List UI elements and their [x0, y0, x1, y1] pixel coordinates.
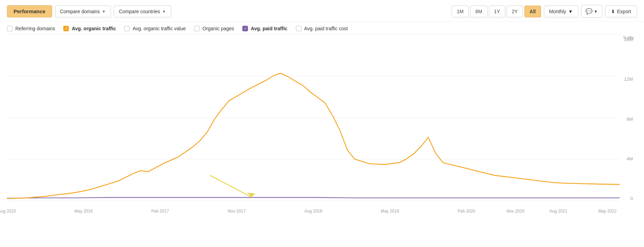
- compare-domains-arrow-icon: ▼: [102, 9, 106, 14]
- y-label-8m: 8M: [627, 117, 636, 122]
- chart-area: Traffic 16M 12M 8M 4M 0: [7, 34, 637, 215]
- legend-avg-paid-traffic-cost-label: Avg. paid traffic cost: [304, 26, 348, 31]
- export-label: Export: [617, 9, 631, 14]
- legend-organic-pages-label: Organic pages: [202, 26, 234, 31]
- legend-avg-organic-traffic-label: Avg. organic traffic: [72, 26, 116, 31]
- checkbox-avg-organic-traffic-value[interactable]: [124, 26, 130, 31]
- grid-line-bottom: [7, 201, 620, 201]
- organic-traffic-line: [7, 73, 620, 198]
- legend-avg-organic-traffic-value-label: Avg. organic traffic value: [132, 26, 186, 31]
- comment-button[interactable]: 💬 ▼: [581, 5, 602, 18]
- time-btn-6m[interactable]: 6M: [470, 6, 487, 17]
- x-label-aug2018: Aug 2018: [304, 209, 322, 214]
- legend-referring-domains[interactable]: Referring domains: [7, 26, 55, 31]
- y-label-4m: 4M: [627, 156, 636, 161]
- comment-icon: 💬: [586, 8, 593, 15]
- legend-avg-organic-traffic-value[interactable]: Avg. organic traffic value: [124, 26, 186, 31]
- comment-arrow-icon: ▼: [594, 9, 598, 14]
- toolbar: Performance Compare domains ▼ Compare co…: [0, 0, 644, 22]
- compare-countries-arrow-icon: ▼: [162, 9, 166, 14]
- time-btn-1m[interactable]: 1M: [452, 6, 469, 17]
- x-label-may2016: May 2016: [74, 209, 93, 214]
- legend-bar: Referring domains ✓ Avg. organic traffic…: [0, 22, 644, 34]
- legend-avg-paid-traffic[interactable]: ✓ Avg. paid traffic: [242, 26, 287, 31]
- y-label-16m: 16M: [624, 37, 636, 42]
- event-markers-row: [7, 194, 620, 200]
- x-label-feb2020: Feb 2020: [458, 209, 475, 214]
- x-label-may2019: May 2019: [381, 209, 399, 214]
- performance-button[interactable]: Performance: [7, 5, 52, 17]
- x-label-aug2015: Aug 2015: [0, 209, 16, 214]
- x-label-nov2020: Nov 2020: [507, 209, 524, 214]
- compare-countries-label: Compare countries: [119, 9, 160, 14]
- y-label-12m: 12M: [624, 77, 636, 82]
- checkbox-avg-organic-traffic[interactable]: ✓: [63, 26, 69, 31]
- x-axis: Aug 2015 May 2016 Feb 2017 Nov 2017 Aug …: [7, 202, 620, 215]
- time-btn-all[interactable]: All: [524, 6, 541, 17]
- x-label-aug2021: Aug 2021: [549, 209, 567, 214]
- legend-avg-paid-traffic-label: Avg. paid traffic: [251, 26, 287, 31]
- x-label-nov2017: Nov 2017: [228, 209, 245, 214]
- chart-inner: [7, 34, 620, 201]
- legend-avg-paid-traffic-cost[interactable]: Avg. paid traffic cost: [296, 26, 348, 31]
- checkbox-avg-paid-traffic-cost[interactable]: [296, 26, 301, 31]
- y-label-0: 0: [630, 196, 636, 201]
- export-icon: ⬇: [611, 9, 615, 14]
- compare-domains-button[interactable]: Compare domains ▼: [55, 6, 111, 17]
- time-range-buttons: 1M 6M 1Y 2Y All: [452, 6, 541, 17]
- time-btn-1y[interactable]: 1Y: [489, 6, 505, 17]
- checkbox-organic-pages[interactable]: [194, 26, 200, 31]
- monthly-button[interactable]: Monthly ▼: [544, 6, 578, 17]
- monthly-arrow-icon: ▼: [568, 9, 573, 14]
- monthly-label: Monthly: [549, 9, 566, 14]
- legend-avg-organic-traffic[interactable]: ✓ Avg. organic traffic: [63, 26, 116, 31]
- checkbox-referring-domains[interactable]: [7, 26, 13, 31]
- time-btn-2y[interactable]: 2Y: [507, 6, 523, 17]
- legend-organic-pages[interactable]: Organic pages: [194, 26, 234, 31]
- compare-countries-button[interactable]: Compare countries ▼: [114, 6, 171, 17]
- compare-domains-label: Compare domains: [60, 9, 100, 14]
- export-button[interactable]: ⬇ Export: [605, 6, 637, 17]
- legend-referring-domains-label: Referring domains: [15, 26, 55, 31]
- checkbox-avg-paid-traffic[interactable]: ✓: [242, 26, 248, 31]
- x-label-feb2017: Feb 2017: [151, 209, 169, 214]
- chart-svg: [7, 34, 620, 201]
- x-label-may2022: May 2022: [598, 209, 617, 214]
